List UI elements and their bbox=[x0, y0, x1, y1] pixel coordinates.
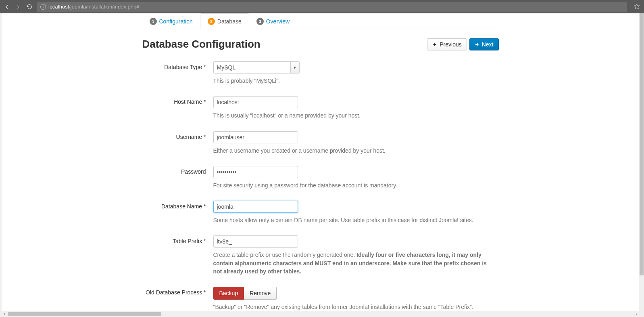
address-bar[interactable]: i localhost/joomla/installation/index.ph… bbox=[37, 2, 627, 12]
bookmark-star-icon[interactable] bbox=[634, 3, 641, 10]
reload-button[interactable] bbox=[26, 3, 33, 10]
url-host: localhost bbox=[48, 4, 69, 10]
url-path: /joomla/installation/index.php# bbox=[69, 4, 139, 10]
forward-button[interactable] bbox=[15, 3, 22, 10]
info-icon: i bbox=[40, 4, 46, 10]
browser-toolbar: i localhost/joomla/installation/index.ph… bbox=[0, 0, 644, 13]
back-button[interactable] bbox=[3, 3, 10, 10]
svg-marker-0 bbox=[634, 4, 639, 9]
